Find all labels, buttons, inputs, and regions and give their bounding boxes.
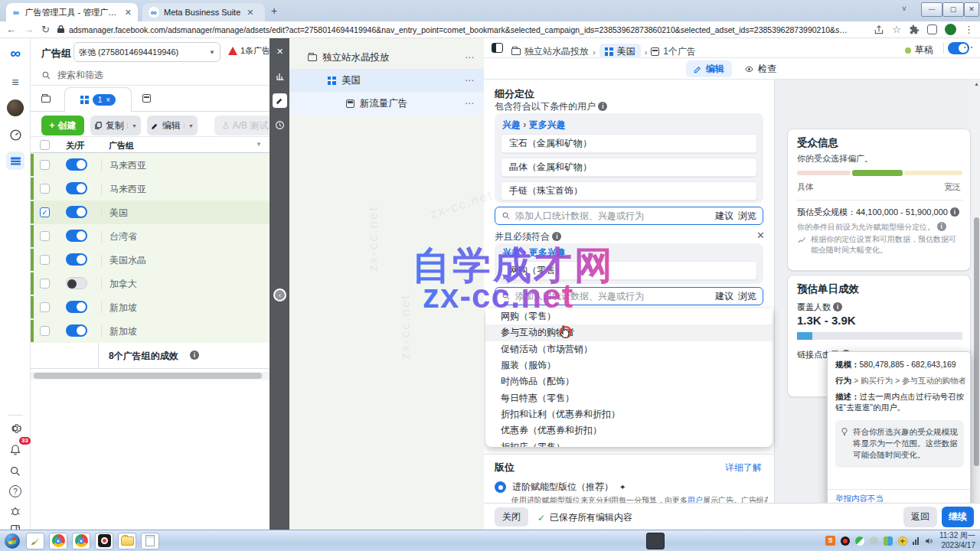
tab-adsets-active[interactable]: 1×: [64, 87, 132, 112]
interest-pill[interactable]: 手链（珠宝首饰）: [501, 181, 757, 201]
extensions-icon[interactable]: [909, 24, 920, 35]
tray-flag-icon[interactable]: ✚: [898, 536, 907, 546]
tree-item-campaign[interactable]: 独立站水晶投放 ⋯: [289, 46, 484, 69]
side-panel-icon[interactable]: [927, 24, 937, 34]
dropdown-item[interactable]: 每日特惠（零售）: [485, 390, 773, 406]
taskbar-editor-app-icon[interactable]: [26, 533, 44, 549]
taskbar-chrome2-icon[interactable]: [72, 533, 90, 549]
suggest-link[interactable]: 建议: [715, 210, 733, 223]
continue-button[interactable]: 继续: [942, 507, 974, 527]
taskbar-dark-window-button[interactable]: [646, 533, 665, 549]
placement-option[interactable]: 进阶赋能型版位（推荐） ✦: [495, 481, 626, 494]
search-rail-icon[interactable]: [6, 462, 24, 481]
interest-pill[interactable]: 晶体（金属和矿物）: [501, 158, 757, 177]
back-icon[interactable]: ←: [6, 24, 16, 34]
chevron-down-icon[interactable]: ˅: [902, 5, 906, 13]
tab-close-icon[interactable]: ✕: [125, 8, 132, 18]
suggest-link[interactable]: 建议: [715, 290, 733, 303]
path-interest-link[interactable]: 兴趣: [502, 247, 521, 258]
edit-button[interactable]: 编辑 ▼: [147, 116, 198, 135]
taskbar-notepad-icon[interactable]: [141, 533, 159, 549]
breadcrumb-campaign[interactable]: 独立站水晶投放: [524, 45, 589, 58]
window-close-button[interactable]: ✕: [964, 2, 979, 17]
window-minimize-button[interactable]: —: [921, 2, 942, 17]
horizontal-scrollbar[interactable]: [31, 372, 270, 380]
dropdown-item-hovered[interactable]: 参与互动的购物者: [485, 324, 773, 341]
tray-record-icon[interactable]: [841, 536, 850, 546]
forward-icon[interactable]: →: [24, 24, 34, 34]
adset-row[interactable]: 新加坡: [31, 319, 270, 343]
close-icon[interactable]: ✕: [273, 44, 287, 59]
remove-narrow-icon[interactable]: ✕: [756, 230, 765, 241]
browser-tab-ads-manager[interactable]: ∞ 广告管理工具 - 管理广告 - 广告… ✕: [6, 3, 138, 21]
tray-faded-icon[interactable]: [870, 536, 878, 545]
help-icon[interactable]: ?: [6, 482, 24, 500]
info-icon[interactable]: i: [190, 350, 199, 360]
dropdown-item[interactable]: 促销活动（市场营销）: [485, 341, 773, 357]
row-toggle[interactable]: [66, 301, 87, 313]
tray-s-icon[interactable]: S: [825, 536, 835, 546]
clock-icon[interactable]: [273, 118, 287, 132]
interest-pill[interactable]: 宝石（金属和矿物）: [501, 134, 757, 153]
tab-review[interactable]: 检查: [738, 60, 782, 77]
more-options-icon[interactable]: ⋯: [465, 98, 475, 109]
taskbar-explorer-icon[interactable]: [118, 533, 136, 549]
search-filter-row[interactable]: 搜索和筛选: [31, 66, 270, 86]
narrow-search-input[interactable]: 添加人口统计数据、兴趣或行为 建议 浏览: [495, 287, 763, 305]
row-toggle[interactable]: [66, 253, 87, 266]
collapse-panel-button[interactable]: ‹: [273, 289, 286, 302]
browser-tab-business-suite[interactable]: ∞ Meta Business Suite ✕: [142, 3, 265, 21]
dropdown-item[interactable]: 时尚饰品（配饰）: [485, 373, 773, 390]
duplicate-button[interactable]: 复制 ▼: [90, 116, 141, 135]
more-options-icon[interactable]: ⋯: [963, 41, 974, 53]
adset-row[interactable]: 马来西亚: [31, 177, 270, 201]
dropdown-item[interactable]: 折扣店（零售）: [485, 439, 773, 447]
radio-selected-icon[interactable]: [495, 481, 506, 493]
row-checkbox[interactable]: [40, 279, 50, 289]
adset-row[interactable]: 马来西亚: [31, 153, 270, 177]
vertical-scrollbar[interactable]: ▲: [973, 80, 980, 503]
reload-icon[interactable]: ↻: [41, 24, 50, 34]
notifications-bell-icon[interactable]: 33: [6, 441, 24, 459]
more-options-icon[interactable]: ⋯: [465, 52, 475, 63]
account-selector[interactable]: 张弛 (2758014694419946) ▼: [74, 42, 220, 62]
row-toggle-off[interactable]: [66, 277, 87, 289]
adset-row[interactable]: 新加坡: [31, 295, 270, 319]
row-checkbox[interactable]: [40, 231, 50, 241]
path-more-link[interactable]: 更多兴趣: [529, 119, 566, 130]
new-tab-button[interactable]: +: [271, 5, 277, 17]
adset-row[interactable]: 台湾省: [31, 224, 270, 248]
user-avatar[interactable]: [7, 99, 24, 116]
tray-shield-icon[interactable]: [884, 536, 893, 546]
row-toggle[interactable]: [66, 324, 87, 337]
bug-report-icon[interactable]: [6, 502, 24, 520]
ab-test-button[interactable]: A/B 测试: [214, 116, 270, 135]
taskbar-recorder-icon[interactable]: [95, 533, 113, 549]
info-icon[interactable]: i: [833, 302, 842, 311]
pencil-tool-icon[interactable]: [273, 93, 287, 108]
remove-filter-icon[interactable]: ×: [106, 96, 110, 104]
start-button[interactable]: [3, 533, 21, 549]
row-checkbox[interactable]: [40, 326, 50, 336]
row-toggle[interactable]: [66, 230, 87, 242]
tab-ads[interactable]: [142, 92, 151, 106]
back-button[interactable]: 返回: [903, 507, 937, 527]
path-interest-link[interactable]: 兴趣: [502, 119, 521, 130]
breadcrumb-ad[interactable]: 1个广告: [663, 45, 696, 58]
row-toggle[interactable]: [66, 206, 87, 218]
tray-speaker-icon[interactable]: [924, 536, 934, 546]
close-editor-button[interactable]: 关闭: [495, 507, 528, 527]
adset-row[interactable]: 加拿大: [31, 272, 270, 295]
report-link[interactable]: 举报内容不当: [835, 494, 884, 503]
campaigns-table-icon[interactable]: [6, 152, 24, 170]
row-checkbox[interactable]: [40, 255, 50, 265]
users-link[interactable]: 用户: [688, 496, 703, 503]
bookmark-star-icon[interactable]: ☆: [892, 24, 901, 34]
dropdown-item[interactable]: 优惠券（优惠券和折扣）: [485, 422, 773, 439]
toggle-sidebar-icon[interactable]: [492, 43, 503, 53]
row-toggle[interactable]: [66, 182, 87, 194]
row-checkbox[interactable]: [40, 184, 50, 194]
learn-more-link[interactable]: 详细了解: [725, 461, 762, 474]
browser-menu-icon[interactable]: ⋮: [964, 24, 974, 34]
url-field[interactable]: adsmanager.facebook.com/adsmanager/manag…: [57, 24, 866, 36]
